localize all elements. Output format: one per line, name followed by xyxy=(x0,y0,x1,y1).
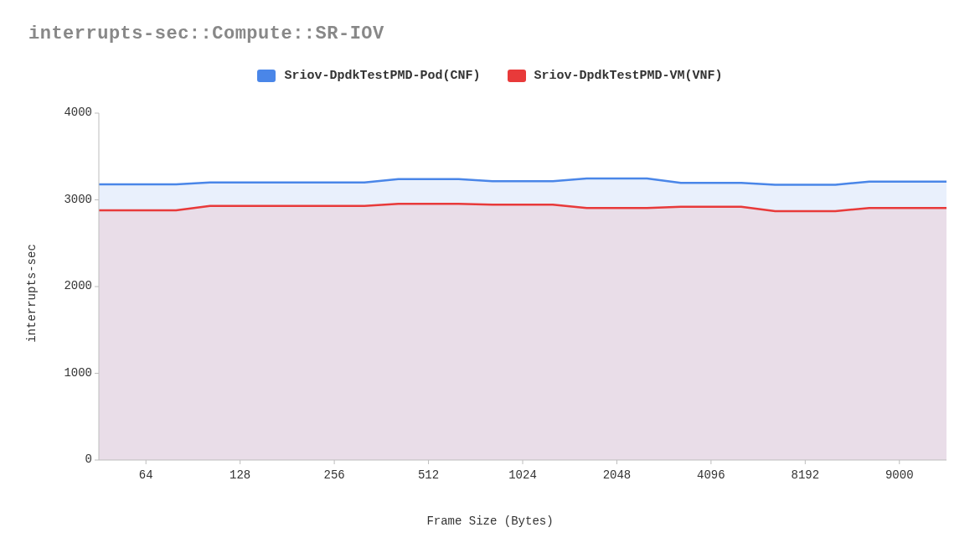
legend-item-1: Sriov-DpdkTestPMD-VM(VNF) xyxy=(508,69,723,83)
x-tick-label: 256 xyxy=(301,468,368,482)
area-series-0 xyxy=(99,178,946,460)
y-tick-label: 4000 xyxy=(55,106,92,119)
legend-swatch-1 xyxy=(508,70,526,82)
y-axis-label: interrupts-sec xyxy=(25,244,39,343)
x-tick-label: 64 xyxy=(112,468,179,482)
legend: Sriov-DpdkTestPMD-Pod(CNF) Sriov-DpdkTes… xyxy=(0,69,980,83)
x-tick-label: 4096 xyxy=(678,468,745,482)
chart-title: interrupts-sec::Compute::SR-IOV xyxy=(28,23,384,44)
x-axis-label: Frame Size (Bytes) xyxy=(0,514,980,528)
x-tick-label: 512 xyxy=(395,468,462,482)
legend-swatch-0 xyxy=(257,70,276,82)
legend-item-0: Sriov-DpdkTestPMD-Pod(CNF) xyxy=(257,69,480,83)
x-tick-label: 2048 xyxy=(583,468,650,482)
legend-label-1: Sriov-DpdkTestPMD-VM(VNF) xyxy=(534,69,723,83)
line-series-0 xyxy=(99,178,946,184)
y-tick-label: 0 xyxy=(55,452,92,466)
x-tick-label: 8192 xyxy=(771,468,838,482)
area-series-1 xyxy=(99,204,946,460)
y-tick-label: 2000 xyxy=(55,279,92,292)
y-tick-label: 1000 xyxy=(55,366,92,380)
x-tick-label: 9000 xyxy=(866,468,933,482)
x-tick-label: 128 xyxy=(207,468,274,482)
legend-label-0: Sriov-DpdkTestPMD-Pod(CNF) xyxy=(284,69,480,83)
line-series-1 xyxy=(99,204,946,211)
x-tick-label: 1024 xyxy=(489,468,556,482)
chart-container: interrupts-sec::Compute::SR-IOV Sriov-Dp… xyxy=(0,0,980,548)
y-tick-label: 3000 xyxy=(55,193,92,206)
